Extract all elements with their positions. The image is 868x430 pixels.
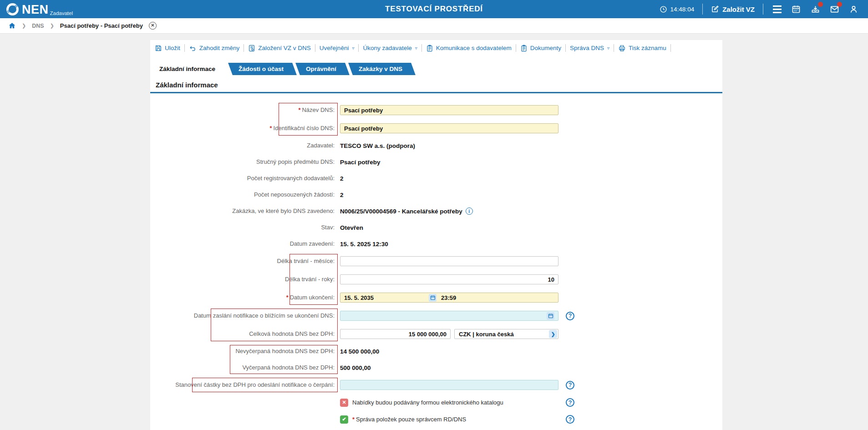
clock: 14:48:04 <box>660 5 695 13</box>
breadcrumb-item-dns[interactable]: DNS <box>32 23 44 29</box>
print-record-button[interactable]: Tisk záznamu <box>618 45 666 52</box>
form-row: Datum zaslání notifikace o blížícím se u… <box>150 311 722 321</box>
help-icon[interactable]: ? <box>566 312 574 320</box>
messages-button[interactable] <box>829 4 840 15</box>
field-label: Zadavatel: <box>150 142 340 149</box>
record-toolbar: Uložit Zahodit změny Založení VZ v DNS U… <box>150 40 722 56</box>
pocet-zadosti-value: 2 <box>340 192 344 198</box>
celkova-hodnota-input[interactable]: 15 000 000,00 <box>340 329 451 339</box>
zakazka-value: N006/25/V00004569 - Kancelářské potřeby … <box>340 207 473 215</box>
chevron-down-icon: ▿ <box>415 46 417 51</box>
clipboard-icon <box>426 45 433 52</box>
info-icon[interactable]: i <box>466 207 473 215</box>
discard-icon <box>189 45 197 52</box>
stanoveni-castky-input[interactable] <box>340 380 558 390</box>
form-row: Stručný popis předmětu DNS: Psací potřeb… <box>150 158 722 166</box>
notification-badge <box>818 2 823 7</box>
top-header-bar: NEN Zadavatel TESTOVACÍ PROSTŘEDÍ 14:48:… <box>0 0 868 18</box>
person-icon <box>849 5 858 14</box>
delka-trvani-roky-input[interactable]: 10 <box>340 274 558 284</box>
dns-administration-menu[interactable]: Správa DNS ▿ <box>570 45 609 51</box>
form-row: Délka trvání - roky: 10 <box>150 274 722 284</box>
form-row: Nevyčerpaná hodnota DNS bez DPH: 14 500 … <box>150 347 722 355</box>
contracting-actions-menu[interactable]: Úkony zadavatele ▿ <box>363 45 417 51</box>
zadavatel-value: TESCO SW a.s. (podpora) <box>340 142 415 149</box>
chevron-right-icon: ❯ <box>50 23 54 29</box>
form-row: *Identifikační číslo DNS: Psací potřeby <box>150 123 722 133</box>
form-row: Počet registrovaných dodavatelů: 2 <box>150 174 722 182</box>
notification-badge <box>837 2 842 7</box>
home-icon[interactable] <box>8 22 16 30</box>
document-gear-icon <box>248 45 255 52</box>
menu-button[interactable] <box>772 4 782 15</box>
field-label: Počet neposouzených žádostí: <box>150 191 340 198</box>
currency-select[interactable]: CZK | koruna česká ❯ <box>454 329 558 339</box>
value-group: Datum zaslání notifikace o blížícím se u… <box>150 311 722 339</box>
divider <box>516 44 516 52</box>
form-row: Délka trvání - měsíce: <box>150 256 722 266</box>
form-row: Stanovení částky bez DPH pro odeslání no… <box>150 380 722 390</box>
divider <box>421 44 422 52</box>
calendar-picker-icon[interactable] <box>547 312 554 320</box>
datum-notifikace-input[interactable] <box>340 311 558 321</box>
strucny-popis-value: Psací potřeby <box>340 159 381 166</box>
field-label: *Název DNS: <box>150 106 340 114</box>
save-button[interactable]: Uložit <box>155 45 180 52</box>
form-row: Stav: Otevřen <box>150 223 722 232</box>
breadcrumb-item-current: Psací potřeby - Psací potřeby <box>60 22 143 29</box>
vycerpana-hodnota-value: 500 000,00 <box>340 364 371 371</box>
field-label: Stanovení částky bez DPH pro odeslání no… <box>150 381 340 389</box>
checkbox-checked-icon[interactable]: ✔ <box>340 415 348 424</box>
checkbox-unchecked-icon[interactable]: ✕ <box>340 399 348 407</box>
current-time: 14:48:04 <box>670 6 695 13</box>
divider <box>315 44 315 52</box>
chevron-down-icon: ▿ <box>607 46 609 51</box>
documents-button[interactable]: Dokumenty <box>520 45 561 52</box>
tab-zadosti-o-ucast[interactable]: Žádosti o účast <box>228 63 297 75</box>
supplier-communication-button[interactable]: Komunikace s dodavatelem <box>426 45 512 52</box>
checkbox-field: ✔ *Správa položek pouze správcem RD/DNS <box>340 415 558 424</box>
help-icon[interactable]: ? <box>566 398 574 407</box>
tab-zakazky-v-dns[interactable]: Zakázky v DNS <box>348 63 416 75</box>
close-tab-icon[interactable]: ✕ <box>149 22 157 30</box>
datum-ukonceni-input[interactable]: 15. 5. 2035 23:59 <box>340 293 558 303</box>
calendar-button[interactable] <box>791 4 802 15</box>
downloads-button[interactable] <box>810 4 821 15</box>
field-label: Datum zaslání notifikace o blížícím se u… <box>150 312 340 319</box>
user-profile-button[interactable] <box>848 4 859 15</box>
tab-zakladni-informace[interactable]: Základní informace <box>152 63 229 75</box>
chevron-right-icon[interactable]: ❯ <box>549 330 557 338</box>
tab-opravneni[interactable]: Oprávnění <box>295 63 350 75</box>
field-label: Délka trvání - měsíce: <box>150 258 340 265</box>
identifikacni-cislo-input[interactable]: Psací potřeby <box>340 123 558 133</box>
discard-changes-button[interactable]: Zahodit změny <box>189 45 240 52</box>
form-row: *Název DNS: Psací potřeby <box>150 105 722 115</box>
divider <box>244 44 244 52</box>
field-label: *Identifikační číslo DNS: <box>150 125 340 132</box>
datum-zavedeni-value: 15. 5. 2025 12:30 <box>340 241 388 248</box>
calendar-picker-icon[interactable] <box>429 294 437 302</box>
clock-icon <box>660 5 667 13</box>
delka-trvani-mesice-input[interactable] <box>340 256 558 266</box>
section-title: Základní informace <box>150 81 722 93</box>
nazev-dns-input[interactable]: Psací potřeby <box>340 105 558 115</box>
help-icon[interactable]: ? <box>566 415 574 424</box>
printer-icon <box>618 45 626 52</box>
help-icon[interactable]: ? <box>566 381 574 390</box>
field-label: Datum zavedení: <box>150 240 340 248</box>
divider <box>358 44 359 52</box>
duration-group: Délka trvání - měsíce: Délka trvání - ro… <box>150 256 722 303</box>
create-vz-in-dns-button[interactable]: Založení VZ v DNS <box>248 45 311 52</box>
topbar-actions: 14:48:04 Založit VZ <box>660 4 868 15</box>
create-vz-button[interactable]: Založit VZ <box>711 5 755 13</box>
chevron-down-icon: ▿ <box>352 46 354 51</box>
form-row: Vyčerpaná hodnota DNS bez DPH: 500 000,0… <box>150 364 722 372</box>
field-label: Zakázka, ve které bylo DNS zavedeno: <box>150 207 340 215</box>
field-label: Délka trvání - roky: <box>150 276 340 283</box>
publication-menu[interactable]: Uveřejněni ▿ <box>320 45 355 51</box>
hamburger-icon <box>773 5 782 13</box>
field-label: Počet registrovaných dodavatelů: <box>150 175 340 182</box>
notification-amount-group: Stanovení částky bez DPH pro odeslání no… <box>150 380 722 390</box>
form-row: *Datum ukončení: 15. 5. 2035 23:59 <box>150 293 722 303</box>
field-label: *Datum ukončení: <box>150 294 340 301</box>
